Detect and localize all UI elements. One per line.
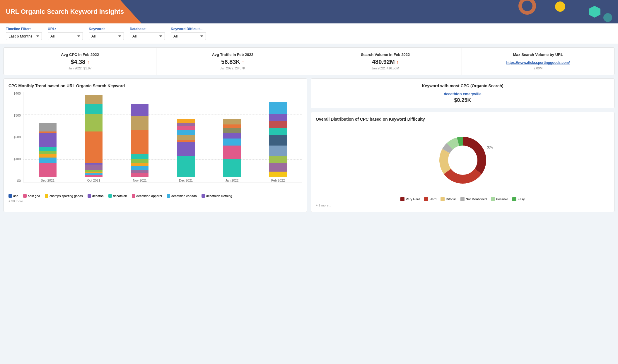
donut-chart-title: Overall Distribution of CPC based on Key…: [316, 117, 610, 122]
legend-item: decathlon canada: [167, 194, 197, 198]
bar-segment: [131, 116, 148, 130]
donut-legend-label: Possible: [496, 197, 508, 201]
legend-color-box: [108, 194, 112, 198]
bar-group: Dec 2021: [165, 119, 207, 182]
bar-segment: [223, 133, 241, 139]
bar-segment: [177, 126, 195, 130]
header-decorations: [141, 0, 618, 23]
legend-label: decathlon: [113, 194, 127, 198]
legend-item: decathlon clothing: [202, 194, 232, 198]
y-label-200: $200: [14, 135, 21, 139]
bar-x-label: Dec 2021: [179, 179, 193, 182]
stacked-bar: [39, 123, 57, 177]
bar-group: Sep 2021: [26, 123, 69, 182]
kpi-max-search-volume: Max Search Volume by URL https://www.dic…: [462, 48, 614, 75]
donut-segment: [463, 137, 486, 174]
kpi-max-search-volume-sub2: 2.00M: [467, 66, 610, 70]
bar-segment: [269, 102, 287, 114]
stacked-bar: [131, 104, 148, 177]
keyword-difficulty-filter-select[interactable]: All: [171, 32, 206, 40]
page-header: URL Organic Search Keyword Insights: [0, 0, 618, 23]
bar-segment: [269, 121, 287, 128]
keyword-filter-label: Keyword:: [89, 27, 124, 31]
bar-group: Nov 2021: [119, 104, 161, 182]
kpi-max-search-volume-title: Max Search Volume by URL: [467, 52, 610, 57]
bar-x-label: Feb 2022: [271, 179, 285, 182]
legend-item: aso: [8, 194, 18, 198]
stacked-bar: [85, 95, 103, 177]
bar-segment: [269, 128, 287, 135]
donut-more[interactable]: + 1 more...: [316, 204, 610, 207]
stacked-bar: [269, 102, 287, 177]
bar-group: Jan 2022: [211, 119, 253, 182]
legend-item: decathlon apparel: [132, 194, 162, 198]
kpi-avg-traffic: Avg Traffic in Feb 2022 56.83K ↑ Jan 202…: [156, 48, 309, 75]
kpi-avg-cpc-value: $4.38 ↑: [8, 59, 151, 65]
kpi-avg-cpc-title: Avg CPC in Feb 2022: [8, 52, 151, 57]
bar-x-label: Oct 2021: [87, 179, 100, 182]
kpi-search-volume-sub: Jan 2022: 416.50M: [314, 66, 457, 70]
deco-circle-teal-icon: [603, 13, 612, 22]
donut-legend-color-box: [441, 197, 445, 201]
keyword-filter-select[interactable]: All: [89, 32, 124, 40]
y-label-300: $300: [14, 114, 21, 117]
bar-segment: [85, 104, 103, 114]
bar-x-label: Sep 2021: [41, 179, 54, 182]
y-axis: $0 $100 $200 $300 $400: [8, 92, 23, 182]
stacked-bar: [223, 119, 241, 177]
database-filter-select[interactable]: All: [130, 32, 165, 40]
chart-inner: Sep 2021Oct 2021Nov 2021Dec 2021Jan 2022…: [23, 92, 302, 182]
bar-segment: [269, 114, 287, 121]
url-filter-select[interactable]: All: [48, 32, 83, 40]
bar-segment: [177, 135, 195, 140]
bar-segment: [85, 95, 103, 104]
bar-chart-more[interactable]: + 30 more...: [8, 199, 302, 203]
donut-legend-item: Possible: [491, 197, 508, 201]
legend-color-box: [23, 194, 27, 198]
bar-chart-panel: CPC Monthly Trend based on URL Organic S…: [4, 78, 307, 212]
donut-legend-color-box: [460, 197, 465, 201]
legend-label: best gea: [28, 194, 40, 198]
bar-segment: [223, 128, 241, 133]
kpi-row: Avg CPC in Feb 2022 $4.38 ↑ Jan 2022: $1…: [4, 47, 614, 75]
donut-legend-label: Very Hard: [406, 197, 420, 201]
bar-segment: [177, 119, 195, 123]
donut-legend-color-box: [491, 197, 495, 201]
bar-chart-area: $0 $100 $200 $300 $400 Sep 2021Oct 2021N…: [8, 92, 302, 191]
bar-segment: [269, 156, 287, 163]
timeline-filter-select[interactable]: Last 6 Months Last 3 Months Last 12 Mont…: [6, 32, 42, 40]
donut-legend-item: Not Mentioned: [460, 197, 487, 201]
deco-circle-orange-icon: [518, 0, 536, 15]
bar-group: Feb 2022: [257, 102, 299, 182]
bar-segment: [131, 170, 148, 173]
donut-svg: 35%: [425, 128, 501, 192]
bar-segment: [39, 133, 57, 147]
bar-segment: [131, 173, 148, 177]
kpi-avg-cpc-sub: Jan 2022: $1.97: [8, 66, 151, 70]
bar-segment: [85, 114, 103, 132]
kpi-search-volume-value: 480.92M ↑: [314, 59, 457, 65]
donut-legend-item: Hard: [424, 197, 436, 201]
deco-hex-green-icon: [589, 6, 600, 18]
legend-label: decathlon apparel: [136, 194, 162, 198]
kpi-avg-traffic-title: Avg Traffic in Feb 2022: [161, 52, 304, 57]
timeline-filter-group: Timeline Filter: Last 6 Months Last 3 Mo…: [6, 27, 42, 40]
legend-item: champs sporting goods: [45, 194, 83, 198]
bar-segment: [269, 146, 287, 156]
keyword-filter-group: Keyword: All: [89, 27, 124, 40]
bar-chart-title: CPC Monthly Trend based on URL Organic S…: [8, 83, 302, 88]
kpi-avg-traffic-sub: Jan 2022: 28.87K: [161, 66, 304, 70]
donut-legend-color-box: [424, 197, 428, 201]
donut-legend-label: Hard: [429, 197, 436, 201]
bar-segment: [269, 135, 287, 146]
bar-segment: [131, 154, 148, 160]
kpi-max-search-volume-link: https://www.dickssportinggoods.com/: [467, 59, 610, 65]
legend-item: best gea: [23, 194, 40, 198]
bar-segment: [177, 142, 195, 156]
donut-legend-item: Very Hard: [400, 197, 420, 201]
legend-color-box: [167, 194, 170, 198]
database-filter-label: Database:: [130, 27, 165, 31]
stacked-bar: [177, 119, 195, 177]
kpi-avg-cpc: Avg CPC in Feb 2022 $4.38 ↑ Jan 2022: $1…: [4, 48, 156, 75]
kpi-max-search-volume-url[interactable]: https://www.dickssportinggoods.com/: [506, 61, 570, 65]
